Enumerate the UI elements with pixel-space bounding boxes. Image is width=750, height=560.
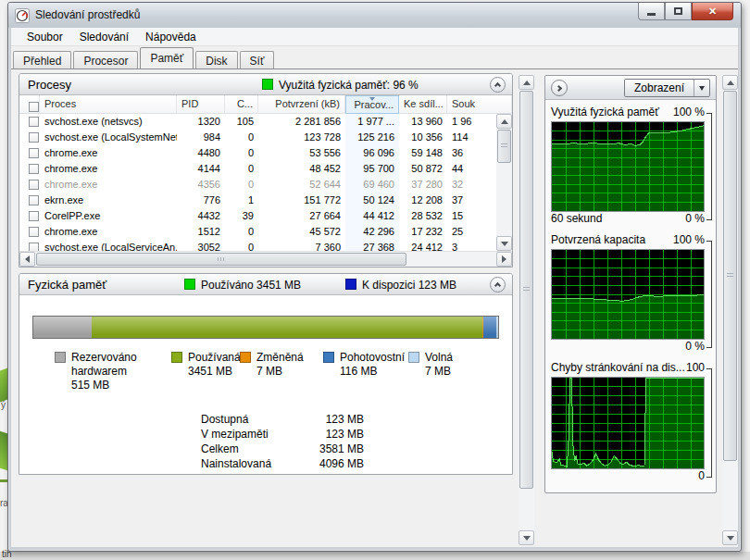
scroll-up-button[interactable] [722, 75, 738, 90]
table-vertical-scrollbar[interactable] [496, 114, 512, 251]
table-row[interactable]: chrome.exe4356052 64469 46037 28032 [19, 177, 512, 193]
working-set-cell: 50 124 [345, 193, 399, 208]
scrollbar-thumb[interactable] [519, 91, 533, 489]
row-checkbox[interactable] [29, 132, 39, 143]
maximize-button[interactable] [665, 3, 692, 20]
memory-bar-segment-standby [483, 317, 496, 338]
select-all-checkbox[interactable] [29, 102, 39, 112]
table-row[interactable]: svchost.exe (LocalSystemNet...9840123 72… [19, 130, 512, 145]
chart-footer: 0 % [551, 340, 712, 355]
stat-label: Nainstalovaná [201, 456, 306, 471]
legend-text: Rezervováno hardwarem515 MB [71, 351, 151, 392]
commit-cell: 45 572 [258, 224, 345, 240]
menu-soubor[interactable]: Soubor [19, 29, 71, 45]
scroll-down-button[interactable] [496, 236, 512, 251]
table-horizontal-scrollbar[interactable] [19, 251, 512, 267]
menu-na-pove-da[interactable]: Nápověda [137, 29, 205, 45]
views-dropdown-button[interactable] [694, 80, 709, 96]
column-header-c[interactable]: C... [225, 95, 258, 114]
resource-monitor-window: Sledování prostředků ✕ SouborSledováníNá… [7, 2, 742, 552]
collapse-processes-button[interactable] [490, 77, 506, 93]
column-header-proces[interactable]: Proces [40, 95, 177, 114]
process-name-cell: chrome.exe [40, 224, 177, 240]
column-header-souk[interactable]: Souk [447, 95, 512, 114]
menu-sledova-ni[interactable]: Sledování [71, 29, 137, 45]
scroll-down-button[interactable] [519, 530, 534, 545]
chart-plot-area [551, 121, 705, 212]
row-checkbox[interactable] [29, 164, 39, 174]
scroll-left-button[interactable] [19, 252, 35, 267]
panel-vertical-scrollbar[interactable] [722, 75, 738, 545]
row-checkbox[interactable] [29, 227, 39, 237]
legend-label: Změněná [256, 351, 304, 365]
shareable-cell: 13 960 [399, 114, 447, 130]
table-row[interactable]: CorelPP.exe44323927 66444 41228 53215 [19, 208, 512, 224]
row-checkbox-cell [19, 130, 40, 145]
in-use-swatch [184, 279, 195, 290]
scroll-down-button[interactable] [722, 530, 738, 545]
chevron-up-icon [494, 282, 500, 289]
minimize-button[interactable] [638, 3, 665, 20]
legend-label: Pohotovostní [340, 351, 405, 365]
scroll-up-button[interactable] [519, 75, 534, 90]
collapse-memory-button[interactable] [490, 277, 506, 292]
row-checkbox[interactable] [29, 211, 39, 221]
row-checkbox[interactable] [29, 148, 39, 158]
processes-header: Procesy Využitá fyzická paměť: 96 % [19, 74, 512, 95]
select-all-cell [19, 95, 40, 114]
views-button[interactable]: Zobrazení [625, 80, 694, 96]
chart-header: Využitá fyzická paměť100 % [551, 106, 712, 121]
chart-title: Chyby stránkování na dis... [551, 361, 685, 374]
tab-pame-t[interactable]: Paměť [140, 47, 194, 68]
table-row[interactable]: svchost.exe (LocalServiceAn...305207 360… [19, 240, 512, 251]
arrow-left-icon [25, 255, 30, 263]
tab-disk[interactable]: Disk [195, 51, 237, 69]
scrollbar-thumb[interactable] [36, 253, 406, 266]
row-checkbox[interactable] [29, 195, 39, 205]
column-header-pracov[interactable]: Pracov... [345, 95, 399, 114]
legend-value: 515 MB [71, 379, 151, 392]
pid-cell: 4432 [177, 208, 225, 224]
commit-cell: 48 452 [258, 161, 345, 177]
legend-item-pouz-i-vana: Používaná3451 MB [171, 351, 241, 379]
legend-text: Pohotovostní116 MB [340, 351, 405, 379]
table-row[interactable]: chrome.exe1512045 57242 29617 23225 [19, 224, 512, 240]
process-name-cell: ekrn.exe [40, 193, 177, 208]
table-row[interactable]: chrome.exe4144048 45295 70050 87244 [19, 161, 512, 177]
cpu-cell: 0 [225, 145, 258, 161]
row-checkbox-cell [19, 114, 40, 130]
table-row[interactable]: svchost.exe (netsvcs)13201052 281 8561 9… [19, 114, 512, 130]
row-checkbox[interactable] [29, 117, 39, 127]
legend-swatch [323, 352, 334, 363]
chart-min-label: 0 [698, 469, 705, 482]
minimize-icon [647, 13, 656, 16]
pid-cell: 776 [177, 193, 225, 208]
expand-panel-button[interactable] [551, 80, 568, 96]
commit-cell: 2 281 856 [258, 114, 345, 130]
scrollbar-thumb[interactable] [723, 91, 737, 461]
legend-value: 7 MB [425, 365, 453, 379]
table-row[interactable]: ekrn.exe7761151 77250 12412 20837 [19, 193, 512, 208]
stat-label: Celkem [201, 442, 306, 456]
tab-pr-ehled[interactable]: Přehled [13, 51, 71, 69]
column-header-potvrzeni-kb[interactable]: Potvrzení (kB) [258, 95, 345, 114]
cpu-cell: 1 [225, 193, 258, 208]
close-button[interactable]: ✕ [692, 3, 733, 20]
row-checkbox[interactable] [29, 243, 39, 251]
maximize-icon [674, 7, 682, 15]
tab-procesor[interactable]: Procesor [73, 51, 138, 69]
scrollbar-thumb[interactable] [497, 130, 511, 163]
table-row[interactable]: chrome.exe4480053 55696 09659 14836 [19, 145, 512, 161]
title-bar[interactable]: Sledování prostředků ✕ [8, 3, 741, 28]
process-name-cell: chrome.exe [40, 161, 177, 177]
scroll-right-button[interactable] [496, 252, 512, 267]
scroll-up-button[interactable] [496, 114, 512, 129]
chart-max-label: 100 % [673, 106, 705, 118]
column-header-ke-sdi-l[interactable]: Ke sdíl... [399, 95, 447, 114]
arrow-up-icon [523, 81, 531, 85]
tab-si-t[interactable]: Síť [240, 51, 275, 69]
content-vertical-scrollbar[interactable] [519, 75, 534, 545]
row-checkbox[interactable] [29, 180, 39, 190]
column-header-pid[interactable]: PID [177, 95, 225, 114]
charts-toolbar: Zobrazení [545, 76, 716, 100]
